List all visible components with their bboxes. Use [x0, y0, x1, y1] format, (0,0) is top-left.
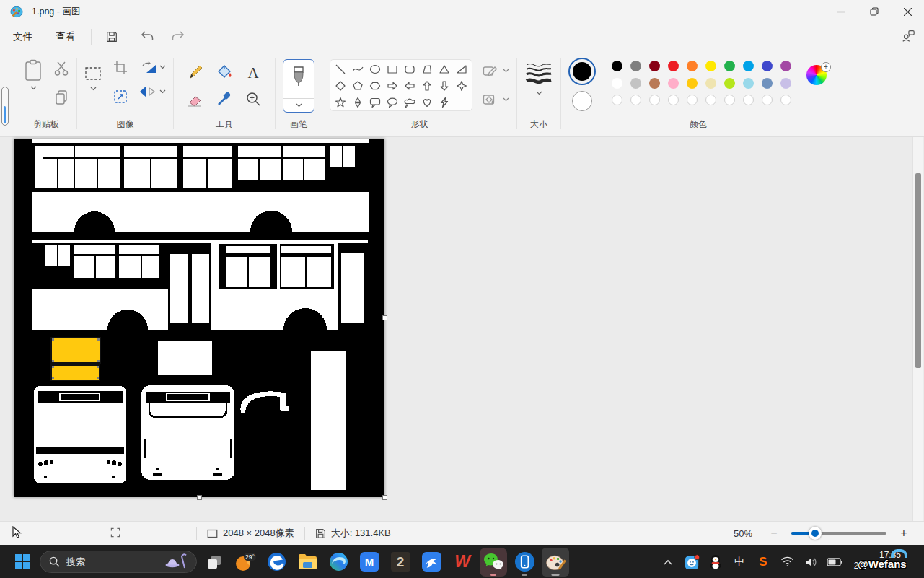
color-swatch-empty[interactable]	[612, 95, 622, 105]
canvas-resize-handle-bottom[interactable]	[197, 495, 202, 500]
shape-rounded-rectangle-icon[interactable]	[403, 63, 416, 76]
shape-curve-icon[interactable]	[351, 63, 364, 76]
shape-rectangle-icon[interactable]	[386, 63, 399, 76]
color-swatch[interactable]	[724, 61, 735, 71]
shape-heart-icon[interactable]	[421, 96, 434, 109]
zoom-slider-thumb[interactable]	[809, 527, 822, 540]
color-swatch[interactable]	[649, 78, 660, 89]
rotate-button[interactable]	[139, 61, 166, 74]
shape-arrow-down-icon[interactable]	[438, 79, 451, 92]
flip-button[interactable]	[139, 85, 166, 98]
color2[interactable]	[572, 91, 592, 111]
crop-button[interactable]	[113, 61, 128, 78]
shape-outline-button[interactable]	[483, 64, 509, 78]
paint-app-taskbar[interactable]	[542, 548, 569, 577]
shape-fill-button[interactable]	[483, 92, 509, 107]
canvas-resize-handle-right[interactable]	[382, 315, 387, 320]
start-button[interactable]	[9, 548, 36, 577]
m-app[interactable]: M	[356, 548, 383, 577]
canvas-resize-handle-corner[interactable]	[382, 495, 387, 500]
tray-clock[interactable]: 17:35 20 @Wefans	[849, 548, 918, 577]
shape-right-triangle-icon[interactable]	[455, 63, 468, 76]
tray-qq-icon[interactable]	[706, 548, 725, 577]
tray-ime-indicator[interactable]: 中	[730, 548, 749, 577]
color-swatch-empty[interactable]	[630, 95, 641, 105]
widgets-weather-button[interactable]: 29°	[232, 548, 259, 577]
color-swatch-empty[interactable]	[668, 95, 679, 105]
feedback-icon[interactable]	[901, 28, 915, 45]
brushes-button[interactable]	[283, 59, 314, 113]
scrollbar-thumb[interactable]	[915, 173, 921, 368]
tray-sogou-icon[interactable]: S	[754, 548, 773, 577]
color-swatch-empty[interactable]	[743, 95, 754, 105]
fill-dropdown-chevron-icon[interactable]	[503, 97, 509, 102]
shape-oval-callout-icon[interactable]	[386, 96, 399, 109]
color-swatch-empty[interactable]	[780, 95, 791, 105]
size-button[interactable]	[524, 62, 553, 95]
color-swatch-empty[interactable]	[687, 95, 698, 105]
magnifier-tool[interactable]	[245, 91, 261, 110]
pencil-tool[interactable]	[188, 64, 203, 82]
view-menu[interactable]: 查看	[45, 26, 85, 48]
tray-volume-icon[interactable]	[801, 548, 820, 577]
select-button[interactable]	[84, 66, 102, 91]
minimize-button[interactable]	[824, 0, 858, 23]
shape-diamond-icon[interactable]	[334, 79, 347, 92]
phone-link-app[interactable]	[511, 548, 538, 577]
color-swatch[interactable]	[630, 78, 641, 89]
shape-oval-icon[interactable]	[369, 63, 382, 76]
shape-rounded-callout-icon[interactable]	[369, 96, 382, 109]
shape-pentagon-icon[interactable]	[351, 79, 364, 92]
color-swatch[interactable]	[780, 78, 791, 89]
close-button[interactable]	[891, 0, 924, 23]
rotate-dropdown-chevron-icon[interactable]	[159, 65, 166, 69]
color-swatch-empty[interactable]	[724, 95, 735, 105]
flip-dropdown-chevron-icon[interactable]	[159, 89, 166, 94]
color-swatch[interactable]	[687, 61, 698, 71]
side-panel-indicator[interactable]	[1, 87, 9, 126]
paste-dropdown-chevron-icon[interactable]	[30, 86, 37, 90]
thunder-bird-app[interactable]	[418, 548, 445, 577]
color-swatch[interactable]	[668, 61, 679, 71]
restore-button[interactable]	[858, 0, 891, 23]
cut-button[interactable]	[53, 61, 69, 79]
shape-triangle-icon[interactable]	[438, 63, 451, 76]
zoom-slider[interactable]	[791, 532, 886, 535]
color-swatch[interactable]	[743, 78, 754, 89]
zoom-out-button[interactable]: −	[764, 527, 784, 540]
color-swatch[interactable]	[780, 61, 791, 71]
shape-four-point-star-icon[interactable]	[455, 79, 468, 92]
select-dropdown-chevron-icon[interactable]	[90, 87, 97, 91]
wps-office-app[interactable]: W	[449, 548, 476, 577]
copy-button[interactable]	[54, 89, 69, 108]
game-app[interactable]: 2	[387, 548, 414, 577]
paste-button[interactable]	[23, 59, 43, 90]
color-swatch[interactable]	[612, 61, 622, 71]
eraser-tool[interactable]	[187, 91, 204, 110]
edit-colors-button[interactable]: +	[806, 65, 828, 87]
color-swatch[interactable]	[705, 61, 716, 71]
size-dropdown-chevron-icon[interactable]	[536, 91, 542, 95]
search-box[interactable]: 搜索	[40, 551, 197, 573]
shape-polygon-icon[interactable]	[421, 63, 434, 76]
tray-show-hidden-icons[interactable]	[659, 548, 677, 577]
shape-line-icon[interactable]	[334, 63, 347, 76]
shape-lightning-icon[interactable]	[438, 96, 451, 109]
color-swatch[interactable]	[612, 78, 622, 89]
task-view-button[interactable]	[201, 548, 228, 577]
tray-im-app-icon[interactable]	[682, 548, 701, 577]
color-swatch[interactable]	[668, 78, 679, 89]
shape-arrow-left-icon[interactable]	[403, 79, 416, 92]
color-swatch-empty[interactable]	[649, 95, 660, 105]
shape-five-point-star-icon[interactable]	[334, 96, 347, 109]
shape-arrow-right-icon[interactable]	[386, 79, 399, 92]
fill-tool[interactable]	[216, 64, 233, 82]
edge-browser-app[interactable]	[325, 548, 352, 577]
save-button[interactable]	[100, 26, 124, 48]
wechat-app[interactable]	[480, 548, 507, 577]
color-swatch-empty[interactable]	[705, 95, 716, 105]
brushes-dropdown-chevron-icon[interactable]	[296, 99, 302, 112]
zoom-in-button[interactable]: +	[894, 527, 914, 540]
tray-battery-icon[interactable]	[825, 548, 844, 577]
color-swatch[interactable]	[687, 78, 698, 89]
